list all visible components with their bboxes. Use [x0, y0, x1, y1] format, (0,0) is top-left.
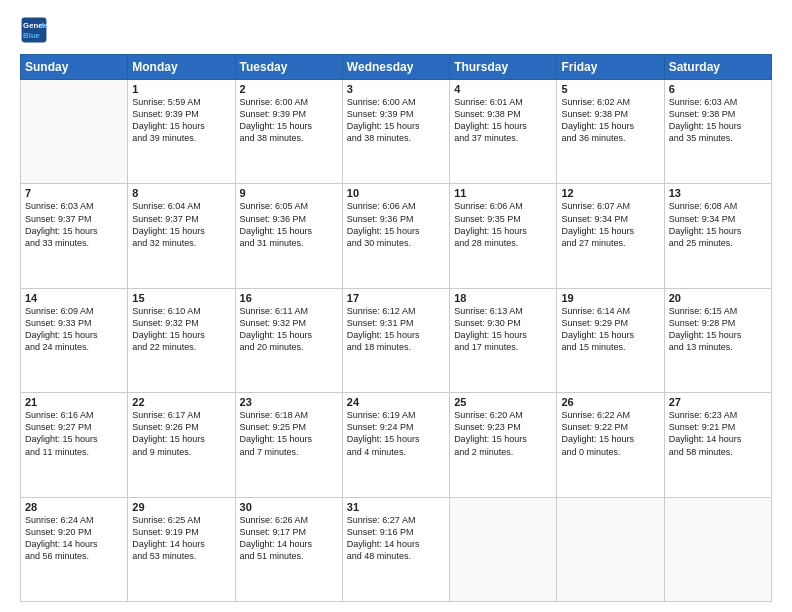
day-number: 23	[240, 396, 338, 408]
calendar-cell: 7Sunrise: 6:03 AM Sunset: 9:37 PM Daylig…	[21, 184, 128, 288]
weekday-header: Friday	[557, 55, 664, 80]
day-number: 27	[669, 396, 767, 408]
day-number: 14	[25, 292, 123, 304]
day-number: 26	[561, 396, 659, 408]
day-info: Sunrise: 6:25 AM Sunset: 9:19 PM Dayligh…	[132, 514, 230, 563]
calendar-cell: 17Sunrise: 6:12 AM Sunset: 9:31 PM Dayli…	[342, 288, 449, 392]
day-info: Sunrise: 5:59 AM Sunset: 9:39 PM Dayligh…	[132, 96, 230, 145]
day-info: Sunrise: 6:03 AM Sunset: 9:37 PM Dayligh…	[25, 200, 123, 249]
calendar-header-row: SundayMondayTuesdayWednesdayThursdayFrid…	[21, 55, 772, 80]
calendar-cell: 19Sunrise: 6:14 AM Sunset: 9:29 PM Dayli…	[557, 288, 664, 392]
day-number: 15	[132, 292, 230, 304]
calendar-cell	[557, 497, 664, 601]
day-number: 12	[561, 187, 659, 199]
day-info: Sunrise: 6:23 AM Sunset: 9:21 PM Dayligh…	[669, 409, 767, 458]
calendar-cell: 9Sunrise: 6:05 AM Sunset: 9:36 PM Daylig…	[235, 184, 342, 288]
day-info: Sunrise: 6:24 AM Sunset: 9:20 PM Dayligh…	[25, 514, 123, 563]
day-number: 28	[25, 501, 123, 513]
calendar-cell: 2Sunrise: 6:00 AM Sunset: 9:39 PM Daylig…	[235, 80, 342, 184]
day-info: Sunrise: 6:09 AM Sunset: 9:33 PM Dayligh…	[25, 305, 123, 354]
calendar-cell: 8Sunrise: 6:04 AM Sunset: 9:37 PM Daylig…	[128, 184, 235, 288]
calendar-cell	[664, 497, 771, 601]
day-info: Sunrise: 6:03 AM Sunset: 9:38 PM Dayligh…	[669, 96, 767, 145]
day-number: 20	[669, 292, 767, 304]
calendar-cell: 6Sunrise: 6:03 AM Sunset: 9:38 PM Daylig…	[664, 80, 771, 184]
day-number: 1	[132, 83, 230, 95]
logo-icon: General Blue	[20, 16, 48, 44]
calendar-week-row: 1Sunrise: 5:59 AM Sunset: 9:39 PM Daylig…	[21, 80, 772, 184]
calendar-cell: 28Sunrise: 6:24 AM Sunset: 9:20 PM Dayli…	[21, 497, 128, 601]
calendar-cell: 10Sunrise: 6:06 AM Sunset: 9:36 PM Dayli…	[342, 184, 449, 288]
calendar-cell: 15Sunrise: 6:10 AM Sunset: 9:32 PM Dayli…	[128, 288, 235, 392]
day-number: 25	[454, 396, 552, 408]
day-number: 31	[347, 501, 445, 513]
weekday-header: Saturday	[664, 55, 771, 80]
calendar-cell: 22Sunrise: 6:17 AM Sunset: 9:26 PM Dayli…	[128, 393, 235, 497]
day-number: 8	[132, 187, 230, 199]
day-info: Sunrise: 6:20 AM Sunset: 9:23 PM Dayligh…	[454, 409, 552, 458]
day-info: Sunrise: 6:05 AM Sunset: 9:36 PM Dayligh…	[240, 200, 338, 249]
calendar-cell: 11Sunrise: 6:06 AM Sunset: 9:35 PM Dayli…	[450, 184, 557, 288]
calendar-cell: 3Sunrise: 6:00 AM Sunset: 9:39 PM Daylig…	[342, 80, 449, 184]
day-number: 17	[347, 292, 445, 304]
header: General Blue	[20, 16, 772, 44]
day-info: Sunrise: 6:07 AM Sunset: 9:34 PM Dayligh…	[561, 200, 659, 249]
day-info: Sunrise: 6:16 AM Sunset: 9:27 PM Dayligh…	[25, 409, 123, 458]
calendar-cell: 18Sunrise: 6:13 AM Sunset: 9:30 PM Dayli…	[450, 288, 557, 392]
day-number: 5	[561, 83, 659, 95]
day-info: Sunrise: 6:01 AM Sunset: 9:38 PM Dayligh…	[454, 96, 552, 145]
day-info: Sunrise: 6:04 AM Sunset: 9:37 PM Dayligh…	[132, 200, 230, 249]
day-number: 2	[240, 83, 338, 95]
day-number: 18	[454, 292, 552, 304]
day-info: Sunrise: 6:19 AM Sunset: 9:24 PM Dayligh…	[347, 409, 445, 458]
day-number: 10	[347, 187, 445, 199]
calendar-cell: 5Sunrise: 6:02 AM Sunset: 9:38 PM Daylig…	[557, 80, 664, 184]
day-number: 3	[347, 83, 445, 95]
day-number: 24	[347, 396, 445, 408]
svg-text:Blue: Blue	[23, 31, 41, 40]
calendar-cell	[450, 497, 557, 601]
calendar-cell: 30Sunrise: 6:26 AM Sunset: 9:17 PM Dayli…	[235, 497, 342, 601]
day-number: 6	[669, 83, 767, 95]
weekday-header: Sunday	[21, 55, 128, 80]
day-info: Sunrise: 6:26 AM Sunset: 9:17 PM Dayligh…	[240, 514, 338, 563]
page: General Blue SundayMondayTuesdayWednesda…	[0, 0, 792, 612]
calendar-cell	[21, 80, 128, 184]
weekday-header: Tuesday	[235, 55, 342, 80]
day-number: 22	[132, 396, 230, 408]
calendar-cell: 12Sunrise: 6:07 AM Sunset: 9:34 PM Dayli…	[557, 184, 664, 288]
day-number: 16	[240, 292, 338, 304]
day-info: Sunrise: 6:00 AM Sunset: 9:39 PM Dayligh…	[347, 96, 445, 145]
day-info: Sunrise: 6:27 AM Sunset: 9:16 PM Dayligh…	[347, 514, 445, 563]
calendar-week-row: 28Sunrise: 6:24 AM Sunset: 9:20 PM Dayli…	[21, 497, 772, 601]
calendar-cell: 23Sunrise: 6:18 AM Sunset: 9:25 PM Dayli…	[235, 393, 342, 497]
calendar-week-row: 21Sunrise: 6:16 AM Sunset: 9:27 PM Dayli…	[21, 393, 772, 497]
calendar-cell: 14Sunrise: 6:09 AM Sunset: 9:33 PM Dayli…	[21, 288, 128, 392]
day-number: 21	[25, 396, 123, 408]
day-info: Sunrise: 6:12 AM Sunset: 9:31 PM Dayligh…	[347, 305, 445, 354]
calendar-cell: 27Sunrise: 6:23 AM Sunset: 9:21 PM Dayli…	[664, 393, 771, 497]
day-info: Sunrise: 6:15 AM Sunset: 9:28 PM Dayligh…	[669, 305, 767, 354]
day-info: Sunrise: 6:11 AM Sunset: 9:32 PM Dayligh…	[240, 305, 338, 354]
calendar-week-row: 14Sunrise: 6:09 AM Sunset: 9:33 PM Dayli…	[21, 288, 772, 392]
weekday-header: Thursday	[450, 55, 557, 80]
calendar-cell: 26Sunrise: 6:22 AM Sunset: 9:22 PM Dayli…	[557, 393, 664, 497]
logo: General Blue	[20, 16, 52, 44]
calendar-cell: 31Sunrise: 6:27 AM Sunset: 9:16 PM Dayli…	[342, 497, 449, 601]
day-number: 4	[454, 83, 552, 95]
day-info: Sunrise: 6:22 AM Sunset: 9:22 PM Dayligh…	[561, 409, 659, 458]
day-info: Sunrise: 6:17 AM Sunset: 9:26 PM Dayligh…	[132, 409, 230, 458]
calendar-cell: 16Sunrise: 6:11 AM Sunset: 9:32 PM Dayli…	[235, 288, 342, 392]
calendar-table: SundayMondayTuesdayWednesdayThursdayFrid…	[20, 54, 772, 602]
day-info: Sunrise: 6:08 AM Sunset: 9:34 PM Dayligh…	[669, 200, 767, 249]
day-info: Sunrise: 6:18 AM Sunset: 9:25 PM Dayligh…	[240, 409, 338, 458]
day-info: Sunrise: 6:00 AM Sunset: 9:39 PM Dayligh…	[240, 96, 338, 145]
calendar-week-row: 7Sunrise: 6:03 AM Sunset: 9:37 PM Daylig…	[21, 184, 772, 288]
weekday-header: Monday	[128, 55, 235, 80]
day-info: Sunrise: 6:10 AM Sunset: 9:32 PM Dayligh…	[132, 305, 230, 354]
calendar-cell: 1Sunrise: 5:59 AM Sunset: 9:39 PM Daylig…	[128, 80, 235, 184]
day-number: 19	[561, 292, 659, 304]
day-info: Sunrise: 6:06 AM Sunset: 9:35 PM Dayligh…	[454, 200, 552, 249]
day-number: 29	[132, 501, 230, 513]
day-info: Sunrise: 6:13 AM Sunset: 9:30 PM Dayligh…	[454, 305, 552, 354]
